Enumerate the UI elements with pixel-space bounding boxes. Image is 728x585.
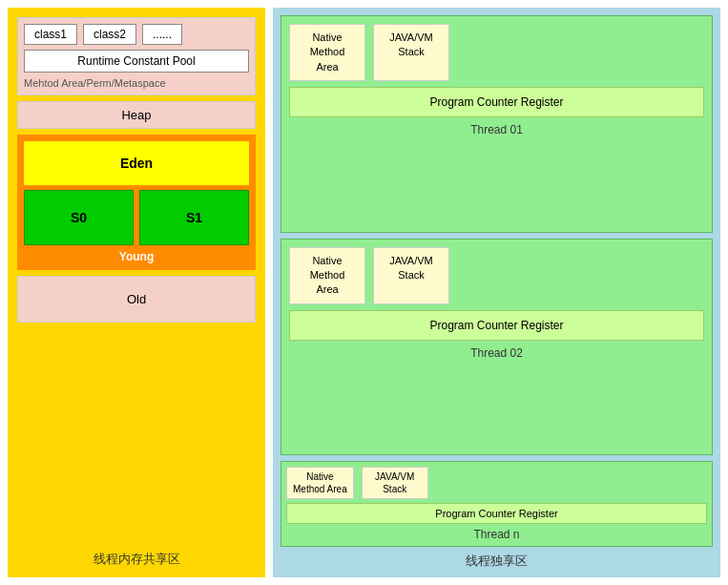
thread02-label: Thread 02: [289, 346, 704, 360]
s1-box: S1: [139, 190, 249, 245]
young-gen: Eden S0 S1 Young: [17, 135, 256, 270]
right-panel-label: 线程独享区: [281, 553, 713, 570]
left-panel: class1 class2 ...... Runtime Constant Po…: [8, 8, 265, 577]
thread01-jvm-stack: JAVA/VMStack: [373, 24, 449, 81]
class2-box: class2: [83, 24, 136, 45]
thread01-row: NativeMethodArea JAVA/VMStack: [289, 24, 704, 81]
right-panel: NativeMethodArea JAVA/VMStack Program Co…: [273, 8, 720, 577]
threadn-box: NativeMethod Area JAVA/VMStack Program C…: [281, 461, 713, 547]
thread02-pcr: Program Counter Register: [289, 310, 704, 341]
threadn-jvm-stack: JAVA/VMStack: [362, 467, 428, 499]
thread01-pcr: Program Counter Register: [289, 87, 704, 117]
threadn-row: NativeMethod Area JAVA/VMStack: [286, 467, 707, 499]
dots-box: ......: [142, 24, 182, 45]
thread01-label: Thread 01: [289, 123, 704, 136]
s-row: S0 S1: [24, 190, 249, 245]
thread02-box: NativeMethodArea JAVA/VMStack Program Co…: [281, 239, 713, 456]
thread02-jvm-stack: JAVA/VMStack: [373, 247, 449, 304]
threadn-pcr: Program Counter Register: [286, 503, 707, 524]
thread02-row: NativeMethodArea JAVA/VMStack: [289, 247, 704, 304]
method-area-label: Mehtod Area/Perm/Metaspace: [24, 77, 249, 89]
method-area: class1 class2 ...... Runtime Constant Po…: [17, 17, 256, 95]
threadn-label: Thread n: [286, 528, 707, 541]
eden-box: Eden: [24, 141, 249, 185]
left-panel-label: 线程内存共享区: [17, 547, 256, 568]
heap-box: Heap: [17, 101, 256, 129]
class1-box: class1: [24, 24, 77, 45]
main-container: class1 class2 ...... Runtime Constant Po…: [0, 0, 728, 585]
runtime-pool-box: Runtime Constant Pool: [24, 50, 249, 73]
old-box: Old: [17, 276, 256, 323]
threadn-native-area: NativeMethod Area: [286, 467, 354, 499]
thread02-native-area: NativeMethodArea: [289, 247, 365, 304]
class-row: class1 class2 ......: [24, 24, 249, 45]
thread01-native-area: NativeMethodArea: [289, 24, 365, 81]
thread01-box: NativeMethodArea JAVA/VMStack Program Co…: [281, 15, 713, 233]
s0-box: S0: [24, 190, 134, 245]
young-label: Young: [24, 250, 249, 263]
